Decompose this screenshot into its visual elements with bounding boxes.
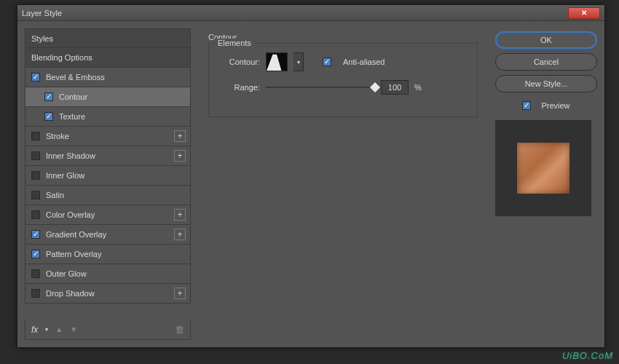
antialiased-checkbox[interactable] [323, 58, 331, 66]
effect-checkbox[interactable] [31, 269, 40, 278]
effect-checkbox[interactable] [31, 230, 40, 239]
sidebar-item-label: Inner Shadow [46, 151, 95, 160]
cancel-button[interactable]: Cancel [495, 53, 597, 71]
effect-checkbox[interactable] [31, 250, 40, 258]
sidebar-item-label: Stroke [46, 132, 69, 141]
sidebar-item-label: Blending Options [31, 53, 92, 62]
layer-style-dialog: Layer Style ✕ StylesBlending OptionsBeve… [17, 4, 605, 348]
preview-box [495, 120, 591, 216]
add-effect-icon[interactable]: + [174, 209, 186, 221]
sidebar-item-pattern-overlay[interactable]: Pattern Overlay [25, 245, 191, 264]
sidebar-item-label: Color Overlay [46, 210, 95, 219]
sidebar-item-bevel-emboss[interactable]: Bevel & Emboss [25, 68, 191, 87]
contour-dropdown-icon[interactable]: ▾ [293, 52, 304, 71]
sidebar-item-blending-options[interactable]: Blending Options [25, 48, 191, 68]
sidebar-footer: fx ▾ ▲ ▼ 🗑 [25, 320, 191, 340]
sidebar-item-stroke[interactable]: Stroke+ [25, 127, 191, 146]
sidebar-item-outer-glow[interactable]: Outer Glow [25, 264, 191, 284]
close-button[interactable]: ✕ [568, 7, 600, 19]
range-slider[interactable] [266, 82, 375, 92]
group-title: Elements [215, 39, 254, 47]
sidebar-item-inner-shadow[interactable]: Inner Shadow+ [25, 146, 191, 166]
settings-panel: Contour Elements Contour: ▾ Anti-aliased… [198, 28, 488, 340]
effect-checkbox[interactable] [31, 73, 40, 82]
sidebar-item-label: Pattern Overlay [46, 250, 101, 258]
effect-checkbox[interactable] [31, 151, 40, 160]
sidebar-item-label: Texture [59, 112, 85, 121]
move-down-icon[interactable]: ▼ [70, 325, 77, 333]
sidebar-item-label: Gradient Overlay [46, 230, 106, 239]
effect-checkbox[interactable] [31, 210, 40, 219]
sidebar-item-gradient-overlay[interactable]: Gradient Overlay+ [25, 225, 191, 245]
effect-checkbox[interactable] [44, 112, 53, 121]
watermark: UiBO.CoM [562, 350, 613, 361]
sidebar-item-label: Satin [46, 191, 64, 199]
preview-label: Preview [541, 101, 569, 110]
window-title: Layer Style [22, 9, 568, 17]
sidebar-item-label: Inner Glow [46, 171, 84, 180]
sidebar-item-drop-shadow[interactable]: Drop Shadow+ [25, 284, 191, 304]
effect-checkbox[interactable] [31, 191, 40, 199]
fx-menu[interactable]: fx [31, 325, 38, 335]
sidebar-item-label: Styles [31, 34, 53, 43]
sidebar-item-contour[interactable]: Contour [25, 87, 191, 107]
sidebar-item-styles[interactable]: Styles [25, 28, 191, 48]
effects-sidebar: StylesBlending OptionsBevel & EmbossCont… [25, 28, 191, 340]
sidebar-item-satin[interactable]: Satin [25, 186, 191, 205]
sidebar-item-label: Contour [59, 92, 87, 101]
contour-picker[interactable] [266, 52, 288, 71]
range-input[interactable]: 100 [381, 80, 409, 95]
effect-checkbox[interactable] [31, 132, 40, 141]
sidebar-item-label: Bevel & Emboss [46, 73, 105, 82]
fx-dropdown-icon[interactable]: ▾ [45, 326, 48, 333]
elements-group: Elements Contour: ▾ Anti-aliased Range: [208, 43, 478, 117]
add-effect-icon[interactable]: + [174, 130, 186, 142]
action-column: OK Cancel New Style... Preview [495, 28, 597, 340]
preview-checkbox[interactable] [522, 101, 531, 110]
sidebar-item-label: Drop Shadow [46, 289, 95, 298]
new-style-button[interactable]: New Style... [495, 75, 597, 92]
sidebar-item-color-overlay[interactable]: Color Overlay+ [25, 205, 191, 225]
preview-swatch [517, 143, 569, 194]
trash-icon[interactable]: 🗑 [175, 324, 184, 335]
contour-label: Contour: [219, 58, 260, 66]
add-effect-icon[interactable]: + [174, 229, 186, 240]
sidebar-item-texture[interactable]: Texture [25, 107, 191, 127]
sidebar-item-inner-glow[interactable]: Inner Glow [25, 166, 191, 186]
titlebar[interactable]: Layer Style ✕ [17, 5, 604, 21]
effect-checkbox[interactable] [31, 289, 40, 298]
add-effect-icon[interactable]: + [174, 150, 186, 162]
effect-checkbox[interactable] [31, 171, 40, 180]
add-effect-icon[interactable]: + [174, 288, 186, 299]
range-label: Range: [219, 83, 260, 92]
move-up-icon[interactable]: ▲ [55, 325, 63, 333]
effect-checkbox[interactable] [44, 92, 53, 101]
ok-button[interactable]: OK [495, 31, 597, 49]
antialiased-label: Anti-aliased [343, 58, 385, 66]
sidebar-item-label: Outer Glow [46, 269, 87, 278]
range-suffix: % [414, 83, 422, 92]
